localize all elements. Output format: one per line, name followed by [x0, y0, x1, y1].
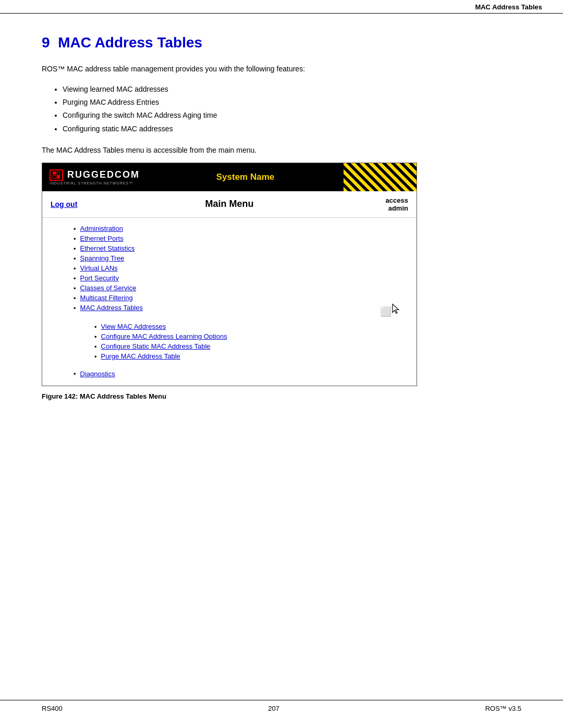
list-item: Port Security: [74, 274, 406, 282]
sub-menu-list: View MAC Addresses Configure MAC Address…: [94, 323, 406, 361]
page-footer: RS400 207 ROS™ v3.5: [0, 700, 563, 712]
feature-item: Configuring static MAC addresses: [63, 122, 521, 135]
figure-caption: Figure 142: MAC Address Tables Menu: [42, 392, 521, 400]
logo-cell: [53, 171, 56, 175]
list-item: Multicast Filtering: [74, 294, 406, 302]
menu-items-area: Administration Ethernet Ports Ethernet S…: [42, 218, 417, 319]
main-content: 9 MAC Address Tables ROS™ MAC address ta…: [0, 14, 563, 442]
menu-link-virtual-lans[interactable]: Virtual LANs: [80, 264, 118, 272]
logo-cell: [57, 171, 60, 175]
list-item: Spanning Tree: [74, 254, 406, 263]
ruggedcom-logo: RUGGEDCOM: [50, 169, 140, 181]
menu-link-administration[interactable]: Administration: [80, 225, 123, 232]
diagnostics-list: Diagnostics: [74, 370, 406, 378]
sub-menu-area: View MAC Addresses Configure MAC Address…: [42, 319, 417, 364]
hatch-pattern: [344, 163, 417, 191]
screenshot-box: RUGGEDCOM INDUSTRIAL STRENGTH NETWORKS™ …: [42, 163, 417, 386]
menu-link-ethernet-ports[interactable]: Ethernet Ports: [80, 235, 124, 242]
cursor-icon: ⬜​: [380, 303, 401, 317]
page-header: MAC Address Tables: [0, 0, 563, 14]
menu-row: Log out Main Menu access admin: [42, 191, 417, 218]
list-item: View MAC Addresses: [94, 323, 406, 331]
list-item: Virtual LANs: [74, 264, 406, 273]
main-menu-title: Main Menu: [92, 199, 366, 209]
menu-link-configure-learning[interactable]: Configure MAC Address Learning Options: [101, 332, 227, 340]
list-item: Configure Static MAC Address Table: [94, 342, 406, 351]
menu-link-purge-mac[interactable]: Purge MAC Address Table: [101, 352, 180, 360]
intro-paragraph: ROS™ MAC address table management provid…: [42, 64, 521, 75]
accessible-text: The MAC Address Tables menu is accessibl…: [42, 146, 521, 154]
chapter-heading: 9 MAC Address Tables: [42, 34, 521, 51]
list-item: Classes of Service: [74, 284, 406, 292]
logo-cell: [57, 175, 60, 179]
footer-right: ROS™ v3.5: [485, 705, 521, 712]
system-name: System Name: [147, 163, 344, 191]
menu-items-container: Administration Ethernet Ports Ethernet S…: [42, 218, 417, 386]
menu-link-ethernet-statistics[interactable]: Ethernet Statistics: [80, 244, 135, 252]
footer-left: RS400: [42, 705, 63, 712]
feature-item: Purging MAC Address Entries: [63, 96, 521, 109]
logo-grid: [53, 171, 60, 179]
logo-cell: [53, 175, 56, 179]
menu-link-port-security[interactable]: Port Security: [80, 274, 119, 282]
features-list: Viewing learned MAC addresses Purging MA…: [63, 83, 521, 135]
header-title: MAC Address Tables: [475, 3, 542, 11]
ruggedcom-header: RUGGEDCOM INDUSTRIAL STRENGTH NETWORKS™ …: [42, 163, 417, 191]
mouse-cursor-icon: [391, 303, 401, 314]
list-item: MAC Address Tables: [74, 304, 406, 312]
logo-box-icon: [50, 169, 63, 181]
list-item: Ethernet Statistics: [74, 244, 406, 253]
menu-link-mac-address-tables[interactable]: MAC Address Tables: [80, 304, 143, 312]
menu-link-diagnostics[interactable]: Diagnostics: [80, 370, 115, 378]
feature-item: Viewing learned MAC addresses: [63, 83, 521, 96]
access-info: access admin: [366, 196, 408, 212]
diagnostics-area: Diagnostics: [42, 364, 417, 386]
menu-link-configure-static[interactable]: Configure Static MAC Address Table: [101, 342, 211, 350]
logout-link[interactable]: Log out: [51, 200, 92, 208]
footer-center: 207: [268, 705, 279, 712]
ruggedcom-subtitle: INDUSTRIAL STRENGTH NETWORKS™: [50, 181, 140, 185]
list-item: Configure MAC Address Learning Options: [94, 332, 406, 341]
list-item: Diagnostics: [74, 370, 406, 378]
menu-link-classes-of-service[interactable]: Classes of Service: [80, 284, 137, 292]
main-menu-list: Administration Ethernet Ports Ethernet S…: [74, 225, 406, 312]
list-item: Ethernet Ports: [74, 235, 406, 243]
menu-link-spanning-tree[interactable]: Spanning Tree: [80, 254, 125, 262]
svg-marker-0: [393, 304, 399, 313]
menu-link-multicast-filtering[interactable]: Multicast Filtering: [80, 294, 133, 302]
list-item: Purge MAC Address Table: [94, 352, 406, 361]
ruggedcom-logo-area: RUGGEDCOM INDUSTRIAL STRENGTH NETWORKS™: [42, 163, 147, 191]
list-item: Administration: [74, 225, 406, 233]
ruggedcom-text: RUGGEDCOM: [67, 169, 140, 180]
menu-link-view-mac[interactable]: View MAC Addresses: [101, 323, 166, 330]
feature-item: Configuring the switch MAC Address Aging…: [63, 109, 521, 122]
